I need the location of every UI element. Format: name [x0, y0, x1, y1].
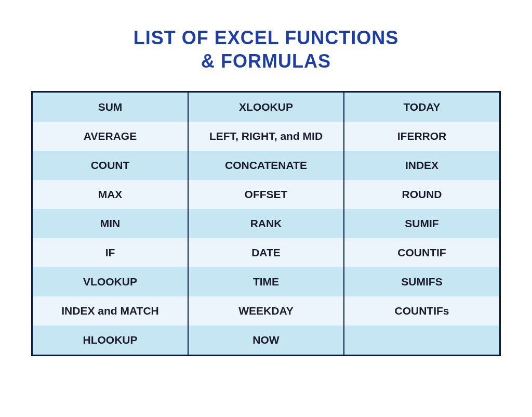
table-cell: IF — [33, 238, 189, 267]
functions-table: SUM XLOOKUP TODAY AVERAGE LEFT, RIGHT, a… — [31, 91, 501, 356]
table-cell: VLOOKUP — [33, 267, 189, 296]
table-cell: NOW — [189, 325, 344, 355]
table-cell: AVERAGE — [33, 122, 189, 151]
table-cell: RANK — [189, 209, 344, 238]
table-cell: HLOOKUP — [33, 325, 189, 355]
table-cell: IFERROR — [344, 122, 499, 151]
table-cell: SUMIF — [344, 209, 499, 238]
table-cell: INDEX — [344, 151, 499, 180]
table-cell: OFFSET — [189, 180, 344, 209]
table-cell: SUM — [33, 93, 189, 122]
table-row: INDEX and MATCH WEEKDAY COUNTIFs — [33, 296, 499, 325]
table-cell: SUMIFS — [344, 267, 499, 296]
table-cell: LEFT, RIGHT, and MID — [189, 122, 344, 151]
table-cell: XLOOKUP — [189, 93, 344, 122]
title-line-2: & FORMULAS — [201, 50, 331, 72]
table-cell: CONCATENATE — [189, 151, 344, 180]
title-line-1: LIST OF EXCEL FUNCTIONS — [134, 27, 398, 48]
table-row: SUM XLOOKUP TODAY — [33, 93, 499, 122]
table-cell: COUNTIF — [344, 238, 499, 267]
table-cell: MAX — [33, 180, 189, 209]
table-row: COUNT CONCATENATE INDEX — [33, 151, 499, 180]
table-cell: MIN — [33, 209, 189, 238]
page-title: LIST OF EXCEL FUNCTIONS & FORMULAS — [31, 26, 501, 73]
table-cell: WEEKDAY — [189, 296, 344, 325]
table-cell: DATE — [189, 238, 344, 267]
table-row: IF DATE COUNTIF — [33, 238, 499, 267]
table-row: MIN RANK SUMIF — [33, 209, 499, 238]
table-row: HLOOKUP NOW — [33, 325, 499, 355]
table-row: MAX OFFSET ROUND — [33, 180, 499, 209]
table-cell: TIME — [189, 267, 344, 296]
table-cell: COUNTIFs — [344, 296, 499, 325]
table-cell: TODAY — [344, 93, 499, 122]
table-cell: INDEX and MATCH — [33, 296, 189, 325]
table-cell: COUNT — [33, 151, 189, 180]
table-cell — [344, 325, 499, 355]
table-row: AVERAGE LEFT, RIGHT, and MID IFERROR — [33, 122, 499, 151]
table-cell: ROUND — [344, 180, 499, 209]
table-row: VLOOKUP TIME SUMIFS — [33, 267, 499, 296]
